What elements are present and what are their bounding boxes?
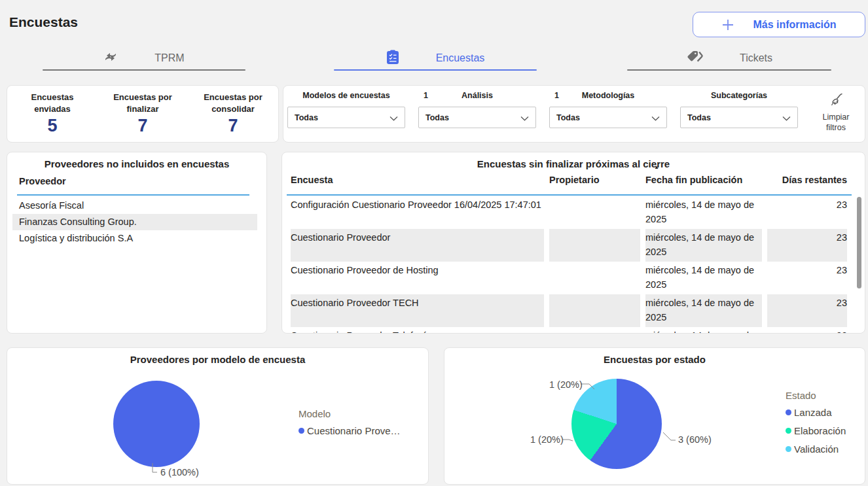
filter-count: 1	[554, 91, 559, 100]
pie-chart[interactable]	[113, 381, 200, 467]
tab-underline	[43, 69, 245, 71]
column-header-dias[interactable]: Días restantes	[767, 175, 847, 185]
cell-dias: 23	[767, 229, 847, 262]
table-row[interactable]: Finanzas Consulting Group.	[12, 214, 257, 230]
cell-propietario	[549, 294, 640, 327]
filter-label: Modelos de encuestas	[302, 91, 389, 100]
table-row[interactable]: Logística y distribución S.A	[12, 230, 257, 247]
cell-fecha: miércoles, 14 de mayo de 2025	[645, 262, 762, 294]
vertical-scrollbar[interactable]	[857, 197, 861, 288]
page-title: Encuestas	[9, 14, 78, 30]
pending-table-card: Encuestas sin finalizar próximas al cier…	[281, 152, 865, 334]
cell-dias: 23	[767, 262, 847, 294]
filter-label: Metodologías	[582, 91, 635, 100]
chevron-down-icon	[389, 112, 398, 124]
dashboard: Encuestas Más información TPRM	[0, 0, 868, 486]
cell-propietario	[549, 262, 640, 294]
kpi-value: 7	[228, 116, 238, 136]
clear-filters-button[interactable]: Limpiar filtros	[807, 92, 865, 133]
header-underline	[17, 194, 249, 196]
filter-modelos: Modelos de encuestas Todas	[287, 91, 405, 128]
table-row[interactable]: Configuración Cuestionario Proveedor 16/…	[291, 196, 865, 229]
providers-rows: Asesoría Fiscal Finanzas Consulting Grou…	[12, 198, 257, 247]
tab-tprm-label: TPRM	[154, 52, 184, 64]
legend-title: Modelo	[298, 408, 401, 419]
legend-item-lanzada[interactable]: Lanzada	[786, 407, 846, 418]
cell-encuesta: Cuestionario Proveedor	[291, 229, 544, 262]
pie-data-label: 6 (100%)	[160, 467, 199, 477]
analisis-dropdown[interactable]: Todas	[418, 107, 536, 128]
kpi-encuestas-por-finalizar: Encuestas por finalizar 7	[98, 92, 188, 135]
filter-label: Subcategorías	[711, 91, 767, 100]
column-header-propietario[interactable]: Propietario	[549, 175, 640, 185]
column-header-fecha[interactable]: Fecha fin publicación	[645, 175, 762, 185]
legend-item-elaboracion[interactable]: Elaboración	[786, 425, 846, 436]
filters-card: Modelos de encuestas Todas 1 Análisis To…	[283, 85, 865, 143]
legend-dot	[298, 428, 304, 434]
kpi-label: Encuestas por finalizar	[104, 92, 181, 114]
table-row[interactable]: Cuestionario Proveedor TECH miércoles, 1…	[291, 294, 865, 327]
metodologias-dropdown[interactable]: Todas	[549, 107, 667, 128]
tab-encuestas-label: Encuestas	[436, 52, 485, 64]
chevron-down-icon	[520, 112, 529, 124]
modelos-dropdown[interactable]: Todas	[287, 107, 405, 128]
cell-encuesta: Cuestionario Proveedor de Hosting	[291, 262, 544, 294]
chart-proveedores-por-modelo: Proveedores por modelo de encuesta 6 (10…	[7, 347, 429, 485]
kpi-encuestas-enviadas: Encuestas enviadas 5	[7, 92, 98, 135]
plus-icon	[721, 18, 734, 31]
cell-fecha: miércoles, 14 de mayo de 2025	[645, 294, 762, 327]
cell-dias: 23	[767, 294, 847, 327]
pending-table-header: Encuesta Propietario Fecha fin publicaci…	[291, 175, 865, 185]
tab-underline-active	[334, 69, 537, 71]
filter-label: Análisis	[461, 91, 493, 100]
cell-dias: 23	[767, 196, 847, 229]
sort-ascending-icon[interactable]: ▲	[654, 164, 659, 170]
chevron-down-icon	[651, 112, 660, 124]
pie-chart[interactable]	[571, 379, 662, 469]
kpi-label: Encuestas enviadas	[14, 92, 91, 114]
more-info-label: Más información	[753, 19, 836, 31]
dropdown-value: Todas	[425, 113, 449, 122]
cell-encuesta: Cuestionario Proveedor TECH	[291, 294, 544, 327]
legend-label: Elaboración	[794, 425, 846, 436]
filter-subcategorias: Subcategorías Todas	[680, 91, 798, 128]
providers-table-title: Proveedores no incluidos en encuestas	[7, 158, 266, 169]
broom-icon	[828, 99, 844, 110]
kpi-card: Encuestas enviadas 5 Encuestas por final…	[7, 85, 279, 143]
filter-analisis: 1 Análisis Todas	[418, 91, 536, 128]
cell-propietario	[549, 327, 640, 333]
column-header-encuesta[interactable]: Encuesta	[291, 175, 544, 185]
kpi-value: 5	[47, 116, 57, 136]
tab-tickets[interactable]: Tickets	[627, 48, 831, 71]
more-info-button[interactable]: Más información	[693, 12, 865, 37]
chart-legend: Estado Lanzada Elaboración Validación	[786, 390, 846, 462]
legend-item[interactable]: Cuestionario Prove…	[298, 425, 401, 436]
table-row[interactable]: Cuestionario Proveedor de Hosting miérco…	[291, 262, 865, 294]
pie-data-label-validacion: 1 (20%)	[549, 379, 583, 390]
filter-count: 1	[424, 91, 428, 100]
header-underline	[287, 194, 852, 196]
table-row[interactable]: Cuestionario Proveedor miércoles, 14 de …	[291, 229, 865, 262]
cell-encuesta: Configuración Cuestionario Proveedor 16/…	[291, 196, 544, 229]
column-header-proveedor[interactable]: Proveedor	[19, 176, 266, 186]
filter-metodologias: 1 Metodologías Todas	[549, 91, 667, 128]
pie-data-label-elaboracion: 1 (20%)	[530, 434, 564, 445]
chevron-down-icon	[782, 112, 791, 124]
flow-icon	[103, 50, 118, 66]
tags-icon	[686, 50, 703, 67]
tab-encuestas[interactable]: Encuestas	[334, 48, 537, 71]
kpi-encuestas-por-consolidar: Encuestas por consolidar 7	[188, 92, 278, 135]
chart-legend: Modelo Cuestionario Prove…	[298, 408, 401, 443]
legend-item-validacion[interactable]: Validación	[786, 443, 846, 455]
table-row[interactable]: Cuestionario Proveedor Telefonía miércol…	[291, 327, 865, 333]
subcategorias-dropdown[interactable]: Todas	[680, 107, 798, 128]
cell-fecha: miércoles, 14 de mayo de 2025	[645, 229, 762, 262]
cell-fecha: miércoles, 14 de mayo de 2025	[645, 196, 762, 229]
tab-tprm[interactable]: TPRM	[43, 48, 245, 71]
clipboard-checklist-icon	[386, 50, 399, 67]
tab-underline	[627, 69, 831, 71]
table-row[interactable]: Asesoría Fiscal	[12, 198, 257, 214]
pending-rows: Configuración Cuestionario Proveedor 16/…	[282, 196, 865, 333]
tab-tickets-label: Tickets	[740, 52, 772, 64]
dropdown-value: Todas	[556, 113, 580, 122]
